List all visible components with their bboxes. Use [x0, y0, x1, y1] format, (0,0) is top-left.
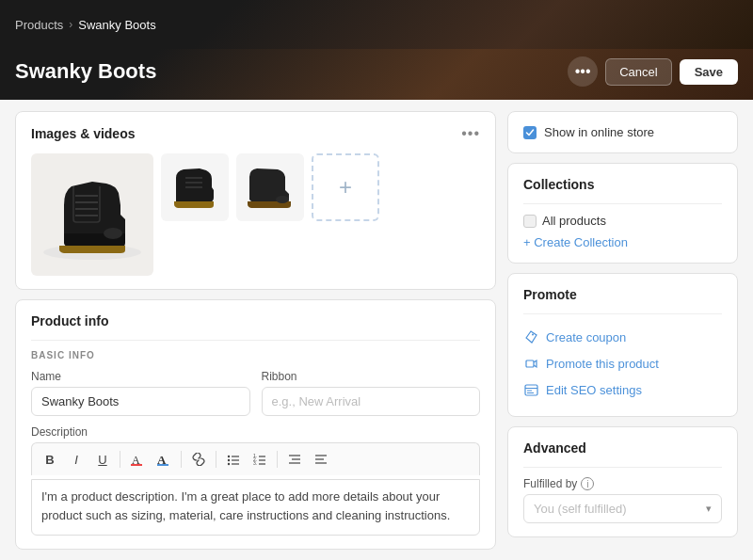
checkmark-icon: [525, 128, 535, 137]
all-products-checkbox[interactable]: [523, 215, 537, 228]
indent-button[interactable]: [282, 447, 307, 472]
svg-point-16: [228, 459, 230, 461]
right-column: Show in online store Collections All pro…: [507, 111, 738, 552]
add-image-button[interactable]: +: [312, 153, 379, 221]
create-collection-link[interactable]: + Create Collection: [523, 235, 628, 249]
image-thumb-2[interactable]: [161, 153, 229, 221]
svg-text:3.: 3.: [253, 460, 257, 466]
bold-button[interactable]: B: [38, 447, 62, 472]
advanced-card: Advanced Fulfilled by i You (self fulfil…: [507, 426, 738, 537]
link-button[interactable]: [186, 447, 211, 472]
main-content: Images & videos •••: [0, 100, 753, 560]
breadcrumb-parent[interactable]: Products: [15, 18, 63, 32]
ribbon-field-group: Ribbon: [262, 370, 481, 416]
description-text: I'm a product description. I'm a great p…: [41, 489, 450, 522]
promote-divider: [523, 313, 722, 314]
svg-point-32: [532, 333, 534, 335]
edit-seo-item[interactable]: Edit SEO settings: [523, 376, 722, 403]
outdent-icon: [314, 453, 328, 466]
save-button[interactable]: Save: [680, 59, 738, 85]
fulfilled-by-text: Fulfilled by: [523, 477, 577, 490]
image-thumb-3[interactable]: [236, 153, 304, 221]
text-color-button[interactable]: A: [125, 447, 150, 472]
cancel-button[interactable]: Cancel: [605, 58, 671, 86]
ribbon-label: Ribbon: [262, 370, 481, 383]
svg-point-14: [228, 456, 230, 457]
text-color-icon: A: [131, 453, 144, 466]
description-editor[interactable]: I'm a product description. I'm a great p…: [31, 479, 480, 536]
promote-product-item[interactable]: Promote this product: [523, 350, 722, 376]
name-field-group: Name: [31, 370, 250, 416]
link-icon: [192, 453, 205, 466]
underline-icon: U: [98, 453, 106, 467]
svg-rect-11: [131, 464, 142, 466]
breadcrumb-separator: ›: [69, 18, 72, 31]
outdent-button[interactable]: [309, 447, 333, 472]
name-label: Name: [31, 370, 250, 383]
create-coupon-item[interactable]: Create coupon: [523, 324, 722, 350]
toolbar-separator-3: [216, 451, 216, 468]
plus-icon: +: [339, 174, 352, 200]
product-info-header: Product info: [31, 313, 480, 328]
svg-rect-33: [526, 360, 534, 367]
images-card-header: Images & videos •••: [31, 125, 480, 142]
seo-icon: [523, 382, 538, 397]
promote-card: Promote Create coupon Pr: [507, 273, 738, 417]
advanced-title: Advanced: [523, 440, 722, 456]
online-store-label: Show in online store: [544, 125, 654, 139]
promote-title: Promote: [523, 287, 722, 302]
collections-divider: [523, 203, 722, 204]
basic-info-label: BASIC INFO: [31, 350, 480, 360]
collections-card: Collections All products + Create Collec…: [507, 163, 738, 264]
name-ribbon-row: Name Ribbon: [31, 370, 480, 416]
promote-icon: [523, 356, 538, 371]
breadcrumb-current: Swanky Boots: [78, 18, 155, 32]
collections-title: Collections: [523, 177, 722, 192]
header-actions: ••• Cancel Save: [568, 56, 738, 87]
underline-button[interactable]: U: [90, 447, 115, 472]
svg-point-18: [228, 463, 230, 465]
more-button[interactable]: •••: [568, 56, 598, 87]
product-info-title: Product info: [31, 313, 108, 328]
divider: [31, 340, 480, 341]
svg-text:A: A: [157, 453, 167, 466]
images-grid: +: [31, 153, 480, 276]
thumbs-row: +: [161, 153, 379, 221]
italic-button[interactable]: I: [64, 447, 88, 472]
online-store-card: Show in online store: [507, 111, 738, 153]
main-image-thumb[interactable]: [31, 153, 153, 276]
editor-toolbar: B I U A A: [31, 442, 480, 475]
coupon-icon: [523, 329, 538, 344]
images-card-title: Images & videos: [31, 126, 136, 141]
ol-button[interactable]: 1. 2. 3.: [248, 447, 272, 472]
boot-image-3: [242, 164, 298, 211]
svg-point-5: [104, 228, 122, 239]
ordered-list-icon: 1. 2. 3.: [253, 453, 266, 466]
text-format-icon: A: [157, 453, 170, 466]
images-more-button[interactable]: •••: [461, 125, 480, 142]
toolbar-separator-2: [181, 451, 182, 468]
edit-seo-label: Edit SEO settings: [546, 383, 642, 397]
main-boot-image: [36, 163, 149, 266]
fulfilled-by-select[interactable]: You (self fulfilled) ▾: [523, 494, 722, 523]
left-column: Images & videos •••: [15, 111, 496, 552]
svg-rect-13: [157, 464, 168, 466]
online-store-row: Show in online store: [523, 125, 722, 139]
advanced-divider: [523, 467, 722, 468]
breadcrumb: Products › Swanky Boots: [15, 18, 156, 32]
unordered-list-icon: [227, 453, 240, 466]
text-format-button[interactable]: A: [152, 447, 176, 472]
page-title: Swanky Boots: [15, 59, 156, 84]
small-thumbnails: +: [161, 153, 379, 221]
italic-icon: I: [74, 453, 78, 467]
fulfilled-placeholder: You (self fulfilled): [534, 502, 627, 516]
toolbar-separator-1: [120, 451, 120, 468]
fulfilled-by-label: Fulfilled by i: [523, 477, 722, 490]
show-in-store-checkbox[interactable]: [523, 126, 537, 139]
images-card: Images & videos •••: [15, 111, 496, 290]
indent-icon: [288, 453, 301, 466]
ul-button[interactable]: [221, 447, 246, 472]
create-coupon-label: Create coupon: [546, 330, 626, 344]
name-input[interactable]: [31, 387, 250, 416]
ribbon-input[interactable]: [262, 387, 481, 416]
